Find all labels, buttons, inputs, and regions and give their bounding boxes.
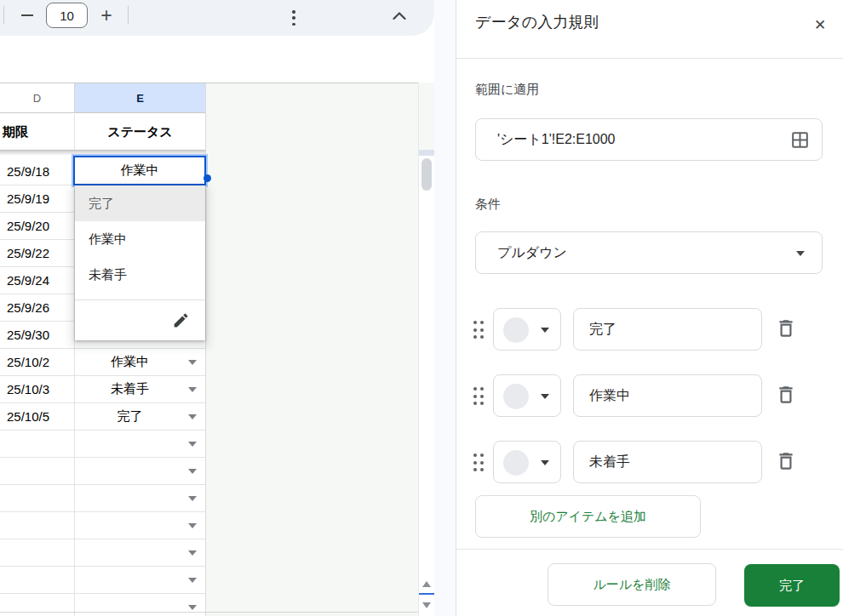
collapse-toolbar-button[interactable]: [385, 3, 414, 28]
delete-item-button[interactable]: [774, 450, 798, 474]
toolbar-divider: [3, 6, 4, 24]
vertical-scrollbar[interactable]: [418, 83, 434, 616]
cell-dropdown-caret-icon[interactable]: [188, 387, 197, 392]
panel-gutter: [434, 0, 456, 616]
select-data-range-icon[interactable]: [789, 129, 811, 154]
scrollbar-thumb[interactable]: [422, 158, 432, 191]
color-chip-button[interactable]: [493, 308, 561, 351]
cell-date[interactable]: 25/9/22: [0, 240, 75, 266]
item-value-input[interactable]: 未着手: [573, 441, 762, 483]
cell-dropdown-caret-icon[interactable]: [188, 550, 197, 556]
close-icon: ✕: [814, 16, 826, 34]
cell-dropdown-caret-icon[interactable]: [188, 578, 197, 583]
cell-date[interactable]: [0, 512, 75, 539]
color-chip-button[interactable]: [493, 441, 561, 483]
spreadsheet-grid: D E 期限 ステータス 25/9/1825/9/1925/9/2025/9/2…: [0, 83, 418, 616]
drag-handle-icon[interactable]: [473, 387, 484, 405]
grid-empty-region: [205, 83, 418, 616]
pencil-icon: [172, 311, 190, 329]
cell-date[interactable]: 25/9/30: [0, 322, 75, 348]
scroll-up-arrow-icon[interactable]: [422, 581, 431, 587]
trash-icon: [775, 384, 797, 406]
cell-dropdown-caret-icon[interactable]: [188, 414, 197, 419]
cell-header-status[interactable]: ステータス: [75, 114, 205, 150]
color-chip-button[interactable]: [493, 374, 561, 417]
criteria-select[interactable]: プルダウン: [475, 231, 823, 274]
column-header-d[interactable]: D: [0, 83, 75, 112]
zoom-level-input[interactable]: 10: [46, 3, 88, 28]
cell-date[interactable]: [0, 567, 75, 593]
dropdown-option[interactable]: 未着手: [75, 257, 205, 293]
cell-status[interactable]: [75, 431, 205, 457]
dropdown-option[interactable]: 作業中: [75, 221, 205, 257]
selected-cell-e2[interactable]: 作業中: [73, 156, 206, 185]
chevron-up-icon: [393, 12, 406, 20]
scroll-down-arrow-icon[interactable]: [422, 602, 431, 608]
panel-divider: [456, 58, 843, 59]
cell-status[interactable]: [75, 594, 205, 616]
cell-status-value: 作業中: [75, 349, 185, 375]
cell-dropdown-caret-icon[interactable]: [188, 442, 197, 447]
cell-dropdown-caret-icon[interactable]: [188, 605, 197, 610]
cell-status[interactable]: 完了: [75, 403, 205, 430]
cell-status[interactable]: 作業中: [75, 349, 205, 375]
cell-status[interactable]: [75, 458, 205, 484]
cell-dropdown-caret-icon[interactable]: [188, 523, 197, 528]
close-panel-button[interactable]: ✕: [807, 12, 833, 37]
cell-date[interactable]: 25/9/26: [0, 294, 75, 321]
sheet-row: 25/10/5完了: [0, 403, 205, 431]
drag-handle-icon[interactable]: [473, 321, 484, 339]
cell-date[interactable]: 25/10/3: [0, 376, 75, 402]
more-options-button[interactable]: [141, 3, 163, 28]
cell-status[interactable]: [75, 567, 205, 593]
item-value-input[interactable]: 作業中: [573, 374, 762, 417]
cell-date[interactable]: 25/9/18: [0, 158, 75, 185]
trash-icon: [775, 317, 797, 339]
dropdown-option[interactable]: 完了: [75, 185, 205, 221]
selection-handle[interactable]: [204, 174, 211, 182]
cell-date[interactable]: [0, 431, 75, 457]
cell-dropdown-caret-icon[interactable]: [188, 469, 197, 474]
sheet-row: [0, 485, 205, 512]
range-section-label: 範囲に適用: [475, 82, 539, 98]
scrollbar-frozen-zone: [419, 83, 434, 150]
done-button[interactable]: 完了: [744, 564, 840, 607]
criteria-value: プルダウン: [497, 244, 567, 262]
cell-date[interactable]: [0, 458, 75, 484]
zoom-out-button[interactable]: [14, 3, 41, 28]
sheet-row: [0, 431, 205, 458]
scrollbar-position-indicator: [419, 593, 434, 595]
minus-icon: [21, 14, 33, 16]
cell-date[interactable]: 25/9/24: [0, 267, 75, 294]
item-value-input[interactable]: 完了: [573, 308, 762, 351]
cell-date[interactable]: [0, 594, 75, 616]
range-input[interactable]: 'シート1'!E2:E1000: [475, 118, 823, 161]
add-item-button[interactable]: 別のアイテムを追加: [475, 495, 701, 538]
cell-dropdown-caret-icon[interactable]: [188, 360, 197, 365]
kebab-icon: [286, 9, 301, 26]
cell-header-deadline[interactable]: 期限: [0, 114, 75, 150]
dropdown-edit-row[interactable]: [75, 299, 205, 340]
chevron-down-icon: [541, 394, 549, 399]
cell-date[interactable]: 25/10/5: [0, 403, 75, 430]
cell-date[interactable]: 25/9/19: [0, 185, 75, 212]
cell-status[interactable]: [75, 485, 205, 511]
cell-status[interactable]: 未着手: [75, 376, 205, 402]
cell-date[interactable]: [0, 485, 75, 511]
delete-rule-button[interactable]: ルールを削除: [548, 563, 716, 606]
cell-dropdown-caret-icon[interactable]: [188, 496, 197, 501]
cell-status[interactable]: [75, 512, 205, 539]
zoom-in-button[interactable]: +: [92, 3, 121, 28]
cell-status[interactable]: [75, 539, 205, 566]
grid-bottom-edge: [0, 612, 418, 613]
cell-date[interactable]: 25/10/2: [0, 349, 75, 375]
delete-item-button[interactable]: [774, 384, 798, 408]
rule-item-row: 作業中: [456, 374, 843, 417]
drag-handle-icon[interactable]: [473, 453, 484, 471]
cell-status-value: 完了: [75, 403, 185, 430]
cell-date[interactable]: 25/9/20: [0, 213, 75, 239]
criteria-section-label: 条件: [475, 197, 501, 213]
column-header-e[interactable]: E: [75, 83, 205, 112]
cell-date[interactable]: [0, 539, 75, 566]
delete-item-button[interactable]: [774, 317, 798, 341]
